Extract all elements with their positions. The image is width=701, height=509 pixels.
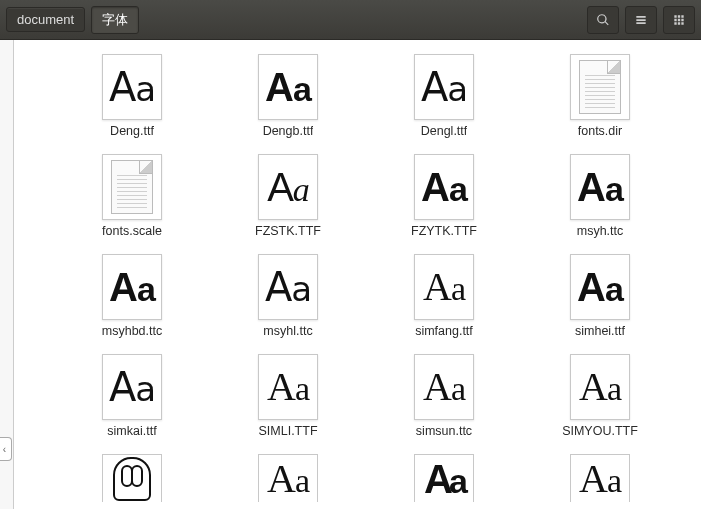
font-file-icon: Aa (414, 454, 474, 502)
file-label: fonts.dir (578, 124, 622, 138)
file-label: msyhbd.ttc (102, 324, 162, 338)
breadcrumb-fonts[interactable]: 字体 (91, 6, 139, 34)
file-item[interactable]: AaSIMLI.TTF (210, 354, 366, 454)
search-icon (596, 13, 610, 27)
font-file-icon: Aa (414, 54, 474, 120)
font-file-icon: Aa (258, 354, 318, 420)
file-label: simfang.ttf (415, 324, 473, 338)
grid-icon (672, 13, 686, 27)
file-item[interactable]: fonts.dir (522, 54, 678, 154)
file-label: Deng.ttf (110, 124, 154, 138)
file-label: simsun.ttc (416, 424, 472, 438)
path-toolbar: document 字体 (0, 0, 701, 40)
file-label: fonts.scale (102, 224, 162, 238)
file-item[interactable]: Aa (210, 454, 366, 509)
font-file-icon: Aa (258, 254, 318, 320)
view-grid-button[interactable] (663, 6, 695, 34)
file-label: SIMLI.TTF (258, 424, 317, 438)
font-file-icon: Aa (102, 254, 162, 320)
text-file-icon (570, 54, 630, 120)
main-area: ‹ AaDeng.ttfAaDengb.ttfAaDengl.ttffonts.… (0, 40, 701, 509)
file-item[interactable]: AaFZYTK.TTF (366, 154, 522, 254)
file-item[interactable]: Aamsyhl.ttc (210, 254, 366, 354)
file-item[interactable]: Aa (366, 454, 522, 509)
font-file-icon: Aa (258, 154, 318, 220)
file-item[interactable]: Aasimkai.ttf (54, 354, 210, 454)
file-item[interactable]: Aamsyh.ttc (522, 154, 678, 254)
sidebar-expand-handle[interactable]: ‹ (0, 437, 12, 461)
font-file-icon (102, 454, 162, 502)
file-label: FZSTK.TTF (255, 224, 321, 238)
file-item[interactable]: Aasimfang.ttf (366, 254, 522, 354)
font-file-icon: Aa (258, 454, 318, 502)
view-list-button[interactable] (625, 6, 657, 34)
file-item[interactable]: AaFZSTK.TTF (210, 154, 366, 254)
font-file-icon: Aa (414, 354, 474, 420)
breadcrumb-document[interactable]: document (6, 7, 85, 32)
file-label: msyh.ttc (577, 224, 624, 238)
text-file-icon (102, 154, 162, 220)
file-item[interactable]: AaDengb.ttf (210, 54, 366, 154)
font-file-icon: Aa (570, 154, 630, 220)
icon-view[interactable]: AaDeng.ttfAaDengb.ttfAaDengl.ttffonts.di… (14, 40, 701, 509)
file-label: FZYTK.TTF (411, 224, 477, 238)
file-label: simkai.ttf (107, 424, 156, 438)
file-item[interactable]: Aasimhei.ttf (522, 254, 678, 354)
file-item[interactable]: Aa (522, 454, 678, 509)
file-label: msyhl.ttc (263, 324, 312, 338)
file-item[interactable]: AaDengl.ttf (366, 54, 522, 154)
file-item[interactable]: Aamsyhbd.ttc (54, 254, 210, 354)
font-file-icon: Aa (570, 454, 630, 502)
file-item[interactable]: fonts.scale (54, 154, 210, 254)
file-label: Dengl.ttf (421, 124, 468, 138)
font-file-icon: Aa (414, 254, 474, 320)
file-item[interactable]: AaSIMYOU.TTF (522, 354, 678, 454)
file-item[interactable]: AaDeng.ttf (54, 54, 210, 154)
file-label: SIMYOU.TTF (562, 424, 638, 438)
font-file-icon: Aa (102, 54, 162, 120)
font-file-icon: Aa (102, 354, 162, 420)
file-label: Dengb.ttf (263, 124, 314, 138)
file-item[interactable] (54, 454, 210, 509)
font-file-icon: Aa (570, 354, 630, 420)
search-button[interactable] (587, 6, 619, 34)
file-label: simhei.ttf (575, 324, 625, 338)
sidebar-collapsed: ‹ (0, 40, 14, 509)
list-icon (634, 13, 648, 27)
font-file-icon: Aa (570, 254, 630, 320)
file-item[interactable]: Aasimsun.ttc (366, 354, 522, 454)
font-file-icon: Aa (414, 154, 474, 220)
font-file-icon: Aa (258, 54, 318, 120)
